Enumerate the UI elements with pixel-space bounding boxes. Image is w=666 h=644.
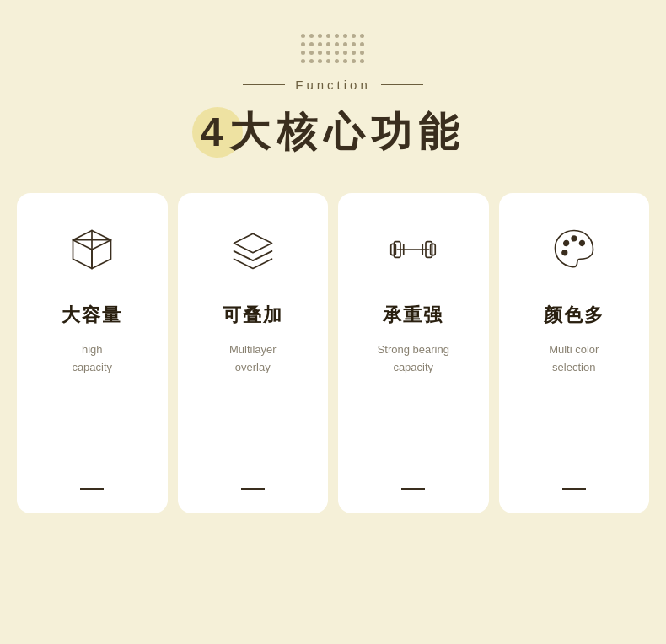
svg-rect-5 (391, 244, 396, 255)
main-title: 4大核心功能 (201, 105, 466, 159)
card-3-title: 承重强 (383, 303, 443, 328)
feature-cards-container: 大容量 high capacity 可叠加 Multilayer overlay (17, 193, 649, 513)
svg-point-13 (562, 250, 567, 255)
card-1-subtitle: high capacity (72, 341, 112, 377)
card-4-divider (562, 488, 586, 490)
box-icon (62, 220, 121, 279)
card-1-title: 大容量 (62, 303, 122, 328)
card-2-divider (241, 488, 265, 490)
svg-point-11 (572, 236, 577, 241)
card-1-divider (80, 488, 104, 490)
card-4-subtitle: Multi color selection (549, 341, 599, 377)
section-label: Function (243, 78, 423, 92)
decorative-dots-icon (301, 34, 365, 64)
card-multilayer: 可叠加 Multilayer overlay (178, 193, 329, 513)
card-high-capacity: 大容量 high capacity (17, 193, 168, 513)
svg-point-12 (579, 241, 584, 246)
palette-icon (545, 220, 604, 279)
card-2-subtitle: Multilayer overlay (229, 341, 277, 377)
card-color: 颜色多 Multi color selection (499, 193, 650, 513)
card-bearing: 承重强 Strong bearing capacity (338, 193, 489, 513)
card-3-divider (401, 488, 425, 490)
barbell-icon (384, 220, 443, 279)
card-2-title: 可叠加 (223, 303, 283, 328)
layers-icon (223, 220, 282, 279)
card-3-subtitle: Strong bearing capacity (378, 341, 449, 377)
svg-rect-7 (431, 244, 436, 255)
card-4-title: 颜色多 (544, 303, 604, 328)
svg-point-10 (564, 241, 569, 246)
